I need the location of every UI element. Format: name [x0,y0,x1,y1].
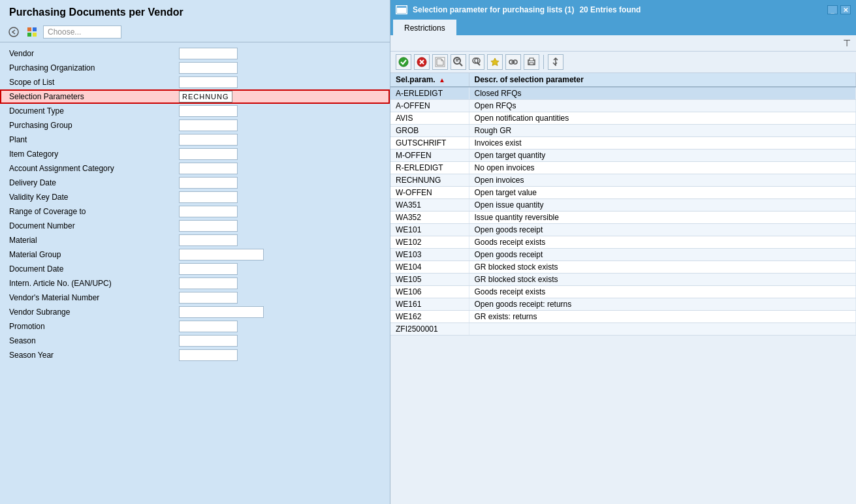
selection-table: Sel.param. ▲ Descr. of selection paramet… [390,73,856,504]
table-row[interactable]: WE103Open goods receipt [390,249,856,261]
form-row: Scope of List [0,75,390,89]
cell-code: R-ERLEDIGT [390,162,469,174]
form-label: Material Group [9,250,179,259]
form-input[interactable] [179,335,238,347]
form-row: Vendor Subrange [0,305,390,319]
form-row: Material Group [0,247,390,262]
table-row[interactable]: GROBRough GR [390,125,856,137]
minimize-button[interactable]: _ [827,5,838,14]
sort-button[interactable] [548,54,563,70]
back-icon[interactable] [7,25,21,39]
color-icon[interactable] [25,25,39,39]
form-input[interactable] [179,105,238,117]
form-input[interactable] [179,148,238,160]
table-row[interactable]: AVISOpen notification quantities [390,112,856,125]
table-row[interactable]: WA351Open issue quantity [390,199,856,212]
print-button[interactable] [524,54,539,70]
cell-desc: Invoices exist [469,137,856,150]
form-row: Purchasing Organization [0,61,390,75]
form-input[interactable] [179,306,264,318]
cell-code: WE102 [390,236,469,249]
table-row[interactable]: R-ERLEDIGTNo open invoices [390,162,856,174]
svg-rect-1 [27,27,31,31]
form-input[interactable] [179,119,238,131]
form-row: Account Assignment Category [0,161,390,176]
form-input[interactable] [179,292,238,304]
col-header-code[interactable]: Sel.param. ▲ [390,73,469,87]
form-input[interactable] [179,263,238,275]
form-input[interactable] [179,48,238,59]
table-row[interactable]: WE102Goods receipt exists [390,236,856,249]
form-label: Range of Coverage to [9,207,179,216]
table-row[interactable]: ZFI2500001 [390,323,856,336]
svg-rect-3 [27,33,31,37]
form-row: Validity Key Date [0,190,390,204]
form-input[interactable] [179,277,238,289]
find-button[interactable] [451,54,466,70]
form-input[interactable] [179,191,238,203]
link-button[interactable] [505,54,521,70]
star-button[interactable] [487,54,503,70]
table-row[interactable]: WE161Open goods receipt: returns [390,298,856,311]
table-row[interactable]: WE101Open goods receipt [390,224,856,236]
form-label: Promotion [9,322,179,331]
form-row: Selection ParametersRECHNUNG [0,89,390,104]
cell-desc: Open issue quantity [469,199,856,212]
cell-desc: Open target value [469,187,856,199]
cell-code: WE105 [390,274,469,286]
form-row: Vendor's Material Number [0,291,390,305]
table-row[interactable]: WA352Issue quantity reversible [390,212,856,224]
choose-input[interactable]: Choose... [43,25,121,39]
tab-restrictions[interactable]: Restrictions [393,20,456,35]
cell-desc: Goods receipt exists [469,286,856,298]
col-header-desc[interactable]: Descr. of selection parameter [469,73,856,87]
form-row: Document Type [0,104,390,118]
table-row[interactable]: W-OFFENOpen target value [390,187,856,199]
form-input[interactable] [179,62,238,74]
table-row[interactable]: WE105GR blocked stock exists [390,274,856,286]
cell-code: GROB [390,125,469,137]
cell-desc: Open target quantity [469,150,856,162]
form-input[interactable] [179,349,238,361]
confirm-button[interactable] [396,54,411,70]
close-button[interactable]: ✕ [840,5,851,14]
cell-desc: No open invoices [469,162,856,174]
cell-code: WE161 [390,298,469,311]
form-input[interactable] [179,234,238,246]
cell-code: AVIS [390,112,469,125]
cell-code: WA352 [390,212,469,224]
cancel-button[interactable] [414,54,430,70]
svg-rect-12 [456,59,460,60]
table-row[interactable]: WE106Goods receipt exists [390,286,856,298]
form-input[interactable] [179,177,238,189]
form-input[interactable] [179,163,238,174]
form-row: Material [0,233,390,247]
table-row[interactable]: RECHNUNGOpen invoices [390,174,856,187]
table-row[interactable]: WE162GR exists: returns [390,311,856,323]
table-row[interactable]: A-OFFENOpen RFQs [390,100,856,112]
table-row[interactable]: GUTSCHRIFTInvoices exist [390,137,856,150]
table-row[interactable]: WE104GR blocked stock exists [390,261,856,274]
form-input[interactable] [179,76,238,88]
svg-rect-2 [33,27,37,31]
find-all-button[interactable] [469,54,484,70]
table-row[interactable]: M-OFFENOpen target quantity [390,150,856,162]
form-label: Material [9,236,179,245]
form-label: Season Year [9,351,179,360]
selection-value[interactable]: RECHNUNG [179,91,232,102]
form-input[interactable] [179,249,264,260]
cell-code: RECHNUNG [390,174,469,187]
form-row: Delivery Date [0,176,390,190]
form-input[interactable] [179,220,238,232]
form-input[interactable] [179,321,238,332]
svg-rect-4 [33,33,37,37]
table-row[interactable]: A-ERLEDIGTClosed RFQs [390,87,856,100]
cell-desc: Closed RFQs [469,87,856,100]
new-button[interactable] [432,54,448,70]
form-label: Item Category [9,150,179,159]
form-label: Vendor [9,49,179,58]
form-row: Season [0,334,390,348]
form-input[interactable] [179,206,238,217]
form-input[interactable] [179,134,238,146]
entries-found: 20 Entries found [579,5,641,14]
